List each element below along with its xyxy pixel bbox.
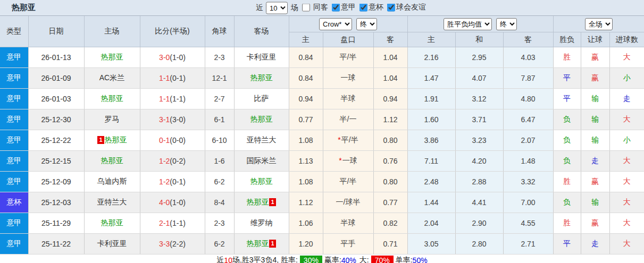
avg-home-odds: 2.04 (407, 213, 455, 234)
half-time-score: (1-0) (170, 198, 186, 207)
asian-away-odds: 0.80 (373, 172, 407, 192)
asian-away-odds: 0.71 (373, 234, 407, 254)
filter-label: 意甲 (341, 3, 356, 12)
score-cell: 3-3(2-2) (140, 234, 205, 254)
filter-checkbox[interactable] (359, 3, 367, 11)
handicap-result: 输 (581, 89, 609, 109)
league-cell: 意甲 (0, 89, 28, 109)
avg-draw-odds: 4.07 (455, 68, 503, 89)
league-cell: 意甲 (0, 130, 28, 151)
filter-意甲[interactable]: 意甲 (328, 3, 356, 12)
match-row: 意甲25-12-30罗马3-1(3-0)6-1热那亚0.77半/一1.121.6… (0, 109, 644, 130)
near-label: 近 (216, 256, 224, 263)
home-team-cell: 亚特兰大 (84, 192, 140, 213)
match-row: 意杯25-12-03亚特兰大4-0(1-0)8-4热那亚11.12一/球半0.7… (0, 192, 644, 213)
match-result: 平 (553, 68, 581, 89)
avg-home-odds: 3.86 (407, 130, 455, 151)
filter-球会友谊[interactable]: 球会友谊 (383, 3, 426, 12)
asian-home-odds: 1.08 (289, 172, 323, 192)
league-cell: 意甲 (0, 234, 28, 254)
asian-handicap: 半球 (323, 89, 373, 109)
col-header-score: 比分(半场) (140, 16, 205, 47)
scope-select[interactable]: 全场 (585, 18, 613, 30)
match-row: 意甲25-12-09乌迪内斯1-2(0-1)6-2热那亚1.08平/半0.802… (0, 172, 644, 192)
avg-away-odds: 7.00 (503, 192, 553, 213)
asian-home-odds: 1.20 (289, 234, 323, 254)
home-team-cell: 1热那亚 (84, 130, 140, 151)
avg-type-select[interactable]: 胜平负均值 (444, 18, 492, 30)
score-cell: 1-1(1-1) (140, 89, 205, 109)
bookmaker-select[interactable]: Crow* (319, 18, 352, 30)
matches-table: 类型 日期 主场 比分(半场) 角球 客场 Crow* 终 胜平负均值 终 (0, 16, 644, 254)
asian-handicap: 平手 (323, 234, 373, 254)
top-bar: 热那亚 近 10 场 同客意甲意杯球会友谊 (0, 0, 644, 16)
league-cell: 意甲 (0, 213, 28, 234)
recent-count-select[interactable]: 10 (266, 2, 288, 14)
score-cell: 4-0(1-0) (140, 192, 205, 213)
goals-result: 走 (609, 89, 644, 109)
corner-cell: 2-7 (205, 89, 234, 109)
corner-cell: 6-2 (205, 234, 234, 254)
filter-checkbox[interactable] (387, 3, 395, 11)
handicap-result: 输 (581, 109, 609, 130)
col-header-home: 主场 (84, 16, 140, 47)
away-team-cell: 维罗纳 (234, 213, 289, 234)
match-result: 胜 (553, 213, 581, 234)
avg-away-odds: 1.48 (503, 151, 553, 172)
asian-odds-group-header: Crow* 终 (289, 16, 407, 32)
filter-checkbox[interactable] (332, 3, 340, 11)
profit-label: 赢率: (324, 256, 341, 263)
asian-stage-select[interactable]: 终 (356, 18, 377, 30)
asian-away-odds: 0.77 (373, 192, 407, 213)
col-header-type: 类型 (0, 16, 28, 47)
avg-stage-select[interactable]: 终 (496, 18, 517, 30)
subcol-goals: 进球数 (609, 32, 644, 47)
away-team-cell: 热那亚 (234, 109, 289, 130)
score-cell: 3-1(3-0) (140, 109, 205, 130)
avg-away-odds: 4.80 (503, 89, 553, 109)
away-team-cell: 卡利亚里 (234, 47, 289, 68)
asian-handicap: 半球 (323, 213, 373, 234)
subcol-asian-handicap: 盘口 (323, 32, 373, 47)
result-group-header: 全场 (553, 16, 644, 32)
league-cell: 意杯 (0, 192, 28, 213)
match-row: 意甲25-11-29热那亚2-1(1-1)2-3维罗纳1.06半球0.822.0… (0, 213, 644, 234)
asian-handicap: 平/半 (323, 47, 373, 68)
half-time-score: (3-0) (170, 115, 186, 124)
full-time-score: 1-2 (159, 157, 170, 165)
league-cell: 意甲 (0, 172, 28, 192)
avg-away-odds: 2.07 (503, 130, 553, 151)
asian-away-odds: 0.76 (373, 151, 407, 172)
filter-checkbox[interactable] (302, 3, 310, 11)
asian-away-odds: 1.12 (373, 109, 407, 130)
filter-同客[interactable]: 同客 (298, 3, 328, 12)
goals-result: 小 (609, 130, 644, 151)
match-row: 意甲26-01-09AC米兰1-1(0-1)12-1热那亚0.84一球1.041… (0, 68, 644, 89)
avg-draw-odds: 2.95 (455, 47, 503, 68)
subcol-avg-home: 主 (407, 32, 455, 47)
score-cell: 2-1(1-1) (140, 213, 205, 234)
filter-意杯[interactable]: 意杯 (356, 3, 383, 12)
handicap-result: 赢 (581, 172, 609, 192)
team-name: 比萨 (254, 94, 269, 103)
asian-home-odds: 0.77 (289, 109, 323, 130)
full-time-score: 4-0 (159, 198, 170, 207)
filter-label: 球会友谊 (396, 3, 426, 12)
date-cell: 25-11-29 (28, 213, 84, 234)
score-cell: 0-1(0-0) (140, 130, 205, 151)
subcol-avg-draw: 和 (455, 32, 503, 47)
avg-away-odds: 4.55 (503, 213, 553, 234)
match-result: 平 (553, 234, 581, 254)
date-cell: 26-01-09 (28, 68, 84, 89)
home-team-cell: 热那亚 (84, 213, 140, 234)
subcol-avg-away: 客 (503, 32, 553, 47)
handicap-result: 赢 (581, 213, 609, 234)
league-cell: 意甲 (0, 68, 28, 89)
asian-away-odds: 1.04 (373, 47, 407, 68)
away-team-cell: 国际米兰 (234, 151, 289, 172)
corner-cell: 6-2 (205, 172, 234, 192)
match-result: 平 (553, 89, 581, 109)
full-time-score: 3-0 (159, 53, 170, 62)
team-name: 亚特兰大 (247, 135, 277, 144)
avg-away-odds: 7.87 (503, 68, 553, 89)
